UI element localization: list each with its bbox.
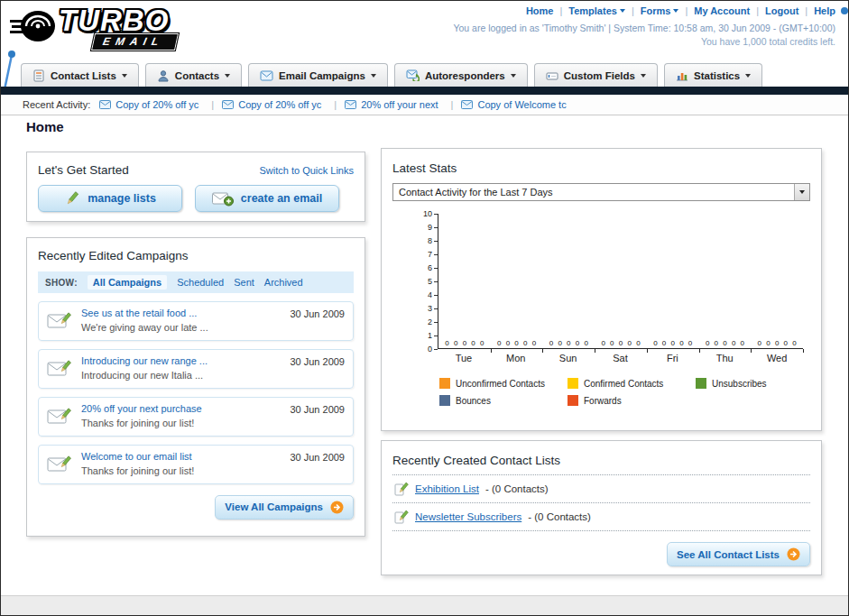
tab-custom-fields[interactable]: Custom Fields: [534, 63, 658, 87]
top-link-my-account[interactable]: My Account: [694, 5, 750, 16]
campaign-subtitle: Introducing our new Italia ...: [81, 369, 208, 383]
top-link-label: Templates: [568, 5, 617, 16]
recent-activity-text: Copy of 20% off yc: [238, 99, 321, 110]
tab-label: Custom Fields: [564, 70, 635, 81]
see-all-contact-lists-button[interactable]: See All Contact Lists: [667, 542, 810, 566]
filter-archived[interactable]: Archived: [264, 277, 303, 288]
chart-bar-group: 0 0 0 0 0: [438, 214, 491, 348]
logo-swirl-icon: [10, 7, 57, 47]
legend-swatch: [439, 378, 450, 389]
filter-sent[interactable]: Sent: [234, 277, 254, 288]
latest-stats-panel: Latest Stats Contact Activity for the La…: [381, 148, 822, 431]
filter-all-campaigns[interactable]: All Campaigns: [88, 275, 167, 290]
top-link-label: Home: [526, 5, 554, 16]
campaign-row[interactable]: Introducing our new range ... Introducin…: [38, 349, 354, 389]
top-link-home[interactable]: Home: [526, 5, 554, 16]
top-nav-links: Home Templates Forms My Account Logout H…: [453, 5, 835, 16]
recent-activity-item[interactable]: Copy of Welcome tc: [461, 99, 566, 110]
chart-value-labels: 0 0 0 0 0: [653, 339, 692, 348]
chart-value-labels: 0 0 0 0 0: [601, 339, 640, 348]
header-right: Home Templates Forms My Account Logout H…: [453, 5, 835, 47]
tab-label: Contact Lists: [51, 70, 116, 81]
chart-value-labels: 0 0 0 0 0: [497, 339, 536, 348]
filter-scheduled[interactable]: Scheduled: [177, 277, 224, 288]
campaign-row[interactable]: 20% off your next purchase Thanks for jo…: [38, 397, 354, 437]
email-campaigns-icon: [260, 70, 273, 81]
contacts-icon: [157, 69, 170, 82]
email-edit-icon: [47, 407, 72, 427]
autoresponders-icon: [406, 69, 420, 81]
chevron-down-icon: [641, 74, 646, 78]
chevron-down-icon: [620, 9, 625, 13]
view-all-campaigns-button[interactable]: View All Campaigns: [215, 495, 354, 519]
view-all-campaigns-label: View All Campaigns: [225, 501, 323, 512]
tab-email-campaigns[interactable]: Email Campaigns: [248, 63, 388, 87]
contact-list-count: - (0 Contacts): [528, 511, 591, 522]
main-nav: Contact Lists Contacts Email Campaigns A…: [1, 62, 848, 87]
tab-autoresponders[interactable]: Autoresponders: [394, 63, 528, 87]
campaign-title-link[interactable]: 20% off your next purchase: [81, 402, 202, 417]
chart-bar-group: 0 0 0 0 0: [491, 214, 543, 348]
get-started-title: Let's Get Started: [38, 163, 129, 177]
tab-contact-lists[interactable]: Contact Lists: [21, 63, 139, 87]
email-icon: [345, 100, 356, 109]
switch-quick-links-link[interactable]: Switch to Quick Links: [259, 165, 354, 176]
tab-contacts[interactable]: Contacts: [145, 63, 242, 87]
contact-lists-panel: Recently Created Contact Lists Exhibitio…: [381, 440, 822, 575]
stats-period-select[interactable]: Contact Activity for the Last 7 Days: [392, 183, 810, 201]
stats-chart: 109876543210 0 0 0 0 00 0 0 0 00 0 0 0 0…: [418, 214, 803, 349]
campaign-row[interactable]: See us at the retail food ... We're givi…: [38, 301, 354, 341]
statistics-icon: [676, 69, 688, 81]
recent-activity-label: Recent Activity:: [23, 99, 90, 110]
campaign-subtitle: Thanks for joining our list!: [81, 464, 194, 479]
turbo-email-logo: TURBO EMAIL: [10, 4, 169, 47]
chart-legend: Unconfirmed ContactsConfirmed ContactsUn…: [439, 378, 810, 406]
page-title: Home: [26, 119, 64, 134]
recent-activity-bar: Recent Activity: Copy of 20% off yc Copy…: [1, 95, 848, 115]
contact-list-item[interactable]: Exhibition List - (0 Contacts): [392, 475, 810, 503]
campaign-date: 30 Jun 2009: [290, 354, 345, 367]
chart-plot: 0 0 0 0 00 0 0 0 00 0 0 0 00 0 0 0 00 0 …: [438, 214, 803, 349]
legend-label: Unsubscribes: [712, 379, 767, 389]
campaigns-title: Recently Edited Campaigns: [38, 249, 354, 262]
recent-activity-item[interactable]: Copy of 20% off yc: [222, 99, 345, 110]
manage-lists-button[interactable]: manage lists: [38, 185, 182, 212]
top-link-forms[interactable]: Forms: [641, 5, 679, 16]
chart-value-labels: 0 0 0 0 0: [706, 339, 744, 348]
recent-activity-item[interactable]: Copy of 20% off yc: [99, 99, 222, 110]
campaign-title-link[interactable]: Introducing our new range ...: [81, 354, 208, 369]
manage-lists-label: manage lists: [88, 192, 156, 205]
see-all-contact-lists-label: See All Contact Lists: [677, 549, 780, 560]
legend-item: Unconfirmed Contacts: [439, 378, 568, 389]
contact-list-link[interactable]: Newsletter Subscribers: [415, 511, 521, 522]
campaign-subtitle: We're giving away our late ...: [81, 321, 208, 336]
login-info: You are logged in as 'Timothy Smith' | S…: [453, 23, 835, 33]
x-axis-label: Thu: [698, 349, 751, 363]
top-link-help[interactable]: Help: [814, 5, 835, 16]
campaign-title-link[interactable]: See us at the retail food ...: [81, 307, 208, 321]
legend-swatch: [568, 378, 578, 389]
top-link-templates[interactable]: Templates: [568, 5, 625, 16]
email-edit-icon: [47, 455, 72, 474]
campaign-subtitle: Thanks for joining our list!: [81, 417, 202, 431]
stats-select-value: Contact Activity for the Last 7 Days: [399, 187, 553, 198]
create-email-button[interactable]: create an email: [195, 185, 339, 212]
campaign-filter-bar: SHOW: All Campaigns Scheduled Sent Archi…: [38, 271, 354, 293]
legend-label: Unconfirmed Contacts: [456, 379, 545, 389]
campaign-row[interactable]: Welcome to our email list Thanks for joi…: [38, 445, 354, 484]
legend-item: Forwards: [568, 395, 696, 406]
top-link-label: My Account: [694, 5, 750, 16]
contact-list-item[interactable]: Newsletter Subscribers - (0 Contacts): [392, 503, 810, 531]
recent-activity-item[interactable]: 20% off your next: [345, 99, 461, 110]
campaign-title-link[interactable]: Welcome to our email list: [81, 450, 194, 464]
top-link-logout[interactable]: Logout: [765, 5, 798, 16]
logo-text: TURBO EMAIL: [59, 4, 169, 38]
get-started-panel: Let's Get Started Switch to Quick Links …: [26, 152, 365, 222]
tab-statistics[interactable]: Statistics: [664, 63, 762, 87]
arrow-right-icon: [330, 501, 344, 514]
chevron-down-icon: [799, 190, 805, 194]
chart-y-axis: 109876543210: [418, 214, 438, 349]
credits-info: You have 1,000 total credits left.: [453, 36, 835, 47]
contact-list-link[interactable]: Exhibition List: [415, 483, 479, 494]
email-edit-icon: [47, 359, 72, 379]
